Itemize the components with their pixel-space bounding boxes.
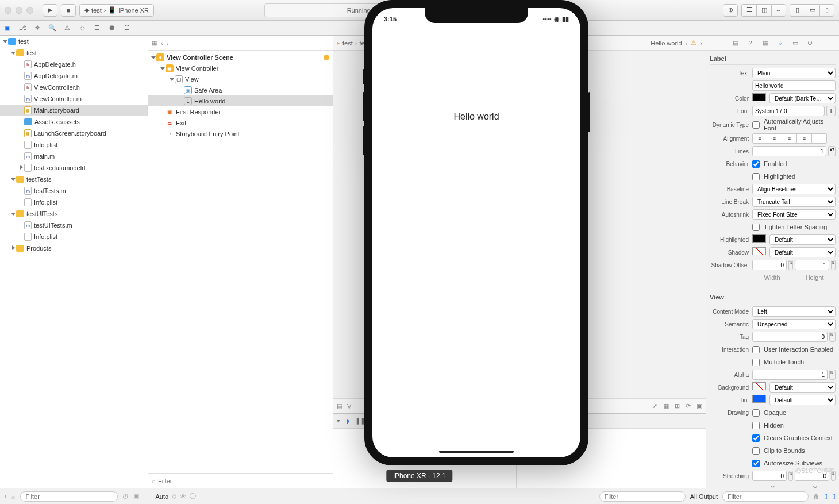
help-inspector-tab[interactable]: ?	[745, 38, 756, 48]
dynamic-type-checkbox[interactable]	[752, 121, 760, 129]
shadow-height-input[interactable]	[795, 260, 829, 270]
disclosure-icon[interactable]	[10, 50, 16, 56]
prev-issue-icon[interactable]: ‹	[686, 40, 688, 47]
breakpoints-icon[interactable]: ◗	[346, 417, 349, 425]
breakpoint-navigator-tab[interactable]: ⬣	[107, 23, 117, 33]
alignment-segmented[interactable]: ≡≡≡≡⋯	[752, 133, 827, 144]
disclosure-icon[interactable]	[10, 176, 16, 182]
all-output-label[interactable]: All Output	[690, 493, 718, 500]
align-natural-button[interactable]: ⋯	[812, 133, 827, 144]
hidden-checkbox[interactable]	[752, 422, 760, 429]
file-row[interactable]: hAppDelegate.h	[0, 59, 148, 70]
file-row[interactable]: ◼LaunchScreen.storyboard	[0, 128, 148, 139]
next-issue-icon[interactable]: ›	[700, 40, 702, 47]
hide-debug-icon[interactable]: ▾	[337, 417, 340, 425]
opaque-checkbox[interactable]	[752, 409, 760, 417]
disclosure-icon[interactable]	[18, 165, 24, 171]
close-window-button[interactable]	[5, 7, 11, 14]
variables-filter-input[interactable]	[599, 491, 686, 502]
report-navigator-tab[interactable]: ☳	[122, 23, 132, 33]
entry-point-row[interactable]: →Storyboard Entry Point	[148, 128, 333, 139]
group-testUITests[interactable]: testUITests	[0, 208, 148, 220]
stepper-icon[interactable]: ⇅	[831, 260, 836, 270]
lines-input[interactable]	[752, 146, 826, 156]
symbol-navigator-tab[interactable]: ❖	[32, 23, 43, 33]
attributes-inspector-tab[interactable]: ⇣	[775, 38, 786, 48]
minimize-window-button[interactable]	[16, 7, 22, 14]
file-row[interactable]: Assets.xcassets	[0, 116, 148, 128]
quicklook-icon[interactable]: ⓘ	[190, 492, 196, 501]
toggle-debug-button[interactable]: ▭	[805, 4, 819, 17]
clip-to-bounds-checkbox[interactable]	[752, 447, 760, 455]
run-button[interactable]: ▶	[43, 4, 57, 17]
debug-navigator-tab[interactable]: ☰	[92, 23, 102, 33]
align-justify-button[interactable]: ≡	[797, 133, 812, 144]
group-testTests[interactable]: testTests	[0, 174, 148, 185]
file-row-selected[interactable]: ◼Main.storyboard	[0, 105, 148, 116]
show-variables-icon[interactable]: ▯	[824, 493, 828, 500]
color-swatch[interactable]	[752, 395, 766, 403]
vars-view-icon[interactable]: 👁	[180, 493, 186, 500]
related-items-icon[interactable]: ▦	[152, 39, 157, 47]
project-root[interactable]: test	[0, 36, 148, 47]
view-controller-row[interactable]: ◉View Controller	[148, 63, 333, 74]
disclosure-icon[interactable]	[151, 55, 156, 60]
console-filter-input[interactable]	[722, 491, 809, 502]
issue-navigator-tab[interactable]: ⚠	[62, 23, 72, 33]
version-editor-button[interactable]: ↔	[771, 4, 786, 17]
disclosure-icon[interactable]	[2, 39, 8, 44]
outline-filter-input[interactable]	[158, 478, 329, 484]
find-navigator-tab[interactable]: 🔍	[47, 23, 57, 33]
file-row[interactable]: hViewController.h	[0, 82, 148, 93]
update-frames-icon[interactable]: ▣	[696, 402, 702, 410]
scene-row[interactable]: ●View Controller Scene	[148, 52, 333, 63]
stepper-icon[interactable]: ⇅	[829, 370, 836, 380]
file-inspector-tab[interactable]: ▤	[730, 38, 741, 48]
simulator-window[interactable]: 3:15 ▪▪▪▪ ◉ ▮▮ Hello world	[364, 0, 588, 465]
color-select[interactable]: Default (Dark Te…	[769, 93, 836, 103]
align-tool-icon[interactable]: ▦	[663, 402, 669, 410]
safe-area-row[interactable]: ▣Safe Area	[148, 84, 333, 95]
forward-icon[interactable]: ›	[167, 40, 169, 47]
alpha-input[interactable]	[752, 370, 828, 380]
baseline-select[interactable]: Align Baselines	[752, 184, 836, 194]
stretch-x-input[interactable]	[752, 471, 787, 481]
stepper-icon[interactable]: ⇅	[829, 332, 836, 342]
font-picker-icon[interactable]: T	[826, 106, 836, 116]
crumb-tail[interactable]: Hello world	[651, 40, 682, 47]
back-icon[interactable]: ‹	[161, 40, 163, 47]
pin-tool-icon[interactable]: ⊞	[675, 402, 680, 410]
add-file-icon[interactable]: +	[3, 493, 7, 500]
color-swatch[interactable]	[752, 382, 766, 390]
group-products[interactable]: Products	[0, 243, 148, 254]
align-left-button[interactable]: ≡	[752, 133, 767, 144]
shadow-width-input[interactable]	[752, 260, 787, 270]
connections-inspector-tab[interactable]: ⊕	[805, 38, 815, 48]
tighten-checkbox[interactable]	[752, 224, 760, 231]
test-navigator-tab[interactable]: ◇	[77, 23, 87, 33]
first-responder-row[interactable]: ▣First Responder	[148, 106, 333, 117]
show-console-icon[interactable]: ▯	[832, 493, 836, 500]
disclosure-icon[interactable]	[10, 211, 16, 217]
stepper-icon[interactable]: ▴▾	[828, 146, 836, 156]
align-center-button[interactable]: ≡	[767, 133, 782, 144]
semantic-select[interactable]: Unspecified	[752, 319, 836, 329]
disclosure-icon[interactable]	[169, 76, 175, 82]
resolve-issues-icon[interactable]: ⟳	[686, 402, 691, 410]
stepper-icon[interactable]: ⇅	[788, 471, 793, 481]
embed-in-icon[interactable]: ⤢	[652, 402, 657, 410]
color-swatch[interactable]	[752, 247, 766, 255]
toggle-navigator-button[interactable]: ▯	[790, 4, 805, 17]
multi-touch-checkbox[interactable]	[752, 359, 760, 366]
outline-toggle-icon[interactable]: ▤	[337, 402, 342, 410]
autoresize-checkbox[interactable]	[752, 460, 760, 467]
file-row[interactable]: mViewController.m	[0, 93, 148, 105]
toggle-inspector-button[interactable]: ▯	[819, 4, 834, 17]
file-row[interactable]: mtestTests.m	[0, 185, 148, 197]
library-button[interactable]: ⊕	[723, 4, 738, 17]
view-as-label[interactable]: V	[347, 403, 351, 410]
file-row[interactable]: Info.plist	[0, 139, 148, 151]
zoom-window-button[interactable]	[26, 7, 33, 14]
crumb[interactable]: test	[342, 40, 353, 47]
group-test[interactable]: test	[0, 47, 148, 59]
